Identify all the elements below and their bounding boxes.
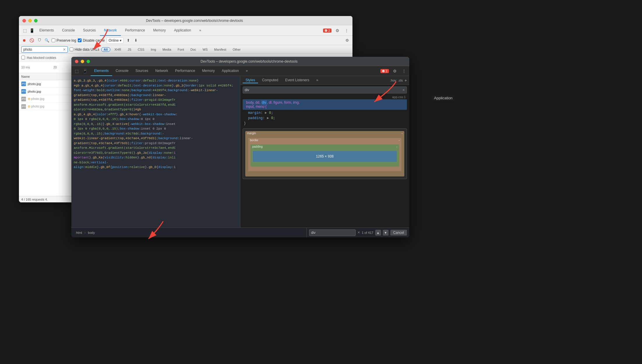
tab-elements-2[interactable]: Elements <box>91 66 112 76</box>
maximize-button-2[interactable] <box>87 60 90 63</box>
styles-panel: Styles Computed Event Listeners » :hov .… <box>240 76 409 237</box>
styles-rule-close: } <box>240 121 409 126</box>
find-down-btn[interactable]: ▼ <box>383 230 389 236</box>
w2-bottom-bar: html › body ✕ 1 of 417 ▲ ▼ Cancel <box>71 227 409 237</box>
styles-search-box[interactable]: ✕ <box>243 86 407 93</box>
tab-elements-1[interactable]: Elements <box>35 25 58 36</box>
tab-console-2[interactable]: Console <box>112 66 132 76</box>
throttle-select[interactable]: Online ▾ <box>107 37 124 44</box>
net-item-name-0: photo.jpg <box>28 82 41 86</box>
error-badge-2: ✕ 1 <box>380 69 389 73</box>
find-input[interactable] <box>309 229 356 236</box>
disable-cache-checkbox[interactable] <box>78 38 82 42</box>
window-title-1: DevTools – developers.google.com/web/too… <box>40 19 349 23</box>
clear-btn[interactable]: 🚫 <box>29 38 35 43</box>
more-icon-2[interactable]: ⋮ <box>401 68 408 75</box>
minimize-button-2[interactable] <box>81 60 84 63</box>
search-btn[interactable]: 🔍 <box>44 38 50 43</box>
hide-data-urls-checkbox[interactable] <box>70 47 73 51</box>
record-btn[interactable]: ⏺ <box>21 38 27 43</box>
devtools-window-2: DevTools – developers.google.com/web/too… <box>71 57 409 237</box>
tab-performance-2[interactable]: Performance <box>172 66 199 76</box>
breadcrumb-area: html › body <box>71 228 307 237</box>
hide-data-urls-label[interactable]: Hide data URLs <box>70 47 99 52</box>
inspect-icon-2[interactable]: ⬚ <box>73 68 80 75</box>
hov-filter[interactable]: :hov <box>390 79 396 82</box>
tab-memory-2[interactable]: Memory <box>199 66 218 76</box>
disable-cache-label[interactable]: Disable cache <box>78 38 105 43</box>
filter-all[interactable]: All <box>101 47 110 52</box>
network-search-box[interactable]: photo ✕ <box>21 46 68 53</box>
tab-network-1[interactable]: Network <box>100 25 121 36</box>
filter-ws[interactable]: WS <box>200 47 210 52</box>
tab-styles-more[interactable]: » <box>313 77 321 83</box>
tab-styles[interactable]: Styles <box>243 77 258 83</box>
tab-right-2: ✕ 1 ⚙ ⋮ <box>380 68 408 75</box>
tab-sources-1[interactable]: Sources <box>79 25 100 36</box>
margin-label: margin <box>247 132 256 135</box>
filter-xhr[interactable]: XHR <box>112 47 124 52</box>
clear-search-icon[interactable]: ✕ <box>63 47 66 52</box>
breadcrumb-body[interactable]: body <box>87 230 96 235</box>
net-item-name-2: ⊘ photo.jpg <box>28 97 44 101</box>
settings-icon-1[interactable]: ⚙ <box>334 27 341 34</box>
window-title-2: DevTools – developers.google.com/web/too… <box>92 59 406 63</box>
network-settings-icon[interactable]: ⚙ <box>344 38 350 43</box>
device-icon-2[interactable]: 📱 <box>81 68 88 75</box>
tab-more-1[interactable]: » <box>195 25 205 36</box>
download-btn[interactable]: ⬇ <box>133 38 139 43</box>
tab-sources-2[interactable]: Sources <box>132 66 152 76</box>
settings-icon-2[interactable]: ⚙ <box>391 68 398 75</box>
filter-manifest[interactable]: Manifest <box>212 47 229 52</box>
more-icon-1[interactable]: ⋮ <box>343 27 350 34</box>
tab-event-listeners[interactable]: Event Listeners <box>282 77 312 83</box>
tab-console-1[interactable]: Console <box>58 25 79 36</box>
close-button-1[interactable] <box>22 19 26 22</box>
filter-other[interactable]: Other <box>230 47 243 52</box>
filter-font[interactable]: Font <box>175 47 186 52</box>
box-model: margin - border - padding - 1265 × 938 <box>243 128 407 179</box>
preserve-log-label[interactable]: Preserve log <box>52 38 76 43</box>
filter-css[interactable]: CSS <box>135 47 147 52</box>
minimize-button-1[interactable] <box>28 19 32 22</box>
tab-memory-1[interactable]: Memory <box>149 25 170 36</box>
device-icon[interactable]: 📱 <box>28 27 35 34</box>
filter-media[interactable]: Media <box>160 47 174 52</box>
blocked-cookies-checkbox[interactable] <box>21 56 25 59</box>
box-padding: padding - 1265 × 938 <box>251 144 399 167</box>
styles-search-input[interactable] <box>245 88 401 92</box>
clear-styles-search-icon[interactable]: ✕ <box>402 88 405 92</box>
blocked-icon-3: ⊘ <box>28 105 31 108</box>
filter-js[interactable]: JS <box>125 47 134 52</box>
maximize-button-1[interactable] <box>34 19 38 22</box>
styles-rule-padding: padding: ► 0; <box>240 116 409 121</box>
preserve-log-checkbox[interactable] <box>52 38 55 42</box>
tab-performance-1[interactable]: Performance <box>121 25 149 36</box>
timeline-ms1: 10 ms <box>21 66 30 69</box>
inspect-icon[interactable]: ⬚ <box>21 27 28 34</box>
find-cancel-btn[interactable]: Cancel <box>390 230 407 236</box>
tab-application-1[interactable]: Application <box>170 25 195 36</box>
filter-img[interactable]: Img <box>148 47 158 52</box>
padding-label: padding <box>252 145 263 148</box>
net-item-icon-3: JPG <box>21 104 26 109</box>
breadcrumb-html[interactable]: html <box>75 230 83 235</box>
find-bar: ✕ 1 of 417 ▲ ▼ Cancel <box>307 228 409 237</box>
upload-btn[interactable]: ⬆ <box>125 38 131 43</box>
tab-application-2[interactable]: Application <box>218 66 242 76</box>
clear-find-icon[interactable]: ✕ <box>357 231 360 234</box>
svg-text:✕: ✕ <box>382 70 384 72</box>
close-button-2[interactable] <box>75 60 78 63</box>
filter-icon[interactable]: ⛉ <box>36 38 42 43</box>
filter-doc[interactable]: Doc <box>188 47 199 52</box>
devtools-tabs-2: ⬚ 📱 Elements Console Sources Network Per… <box>71 66 409 76</box>
border-dash: - <box>399 139 400 142</box>
add-style-icon[interactable]: + <box>405 78 407 83</box>
tab-right-actions: ✕ 2 ⚙ ⋮ <box>323 27 350 34</box>
tab-network-2[interactable]: Network <box>152 66 172 76</box>
find-up-btn[interactable]: ▲ <box>375 230 381 236</box>
tab-computed[interactable]: Computed <box>259 77 281 83</box>
cls-filter[interactable]: .cls <box>398 79 403 82</box>
styles-source-label: app.css:1 <box>240 95 409 99</box>
tab-more-2[interactable]: » <box>242 66 251 76</box>
